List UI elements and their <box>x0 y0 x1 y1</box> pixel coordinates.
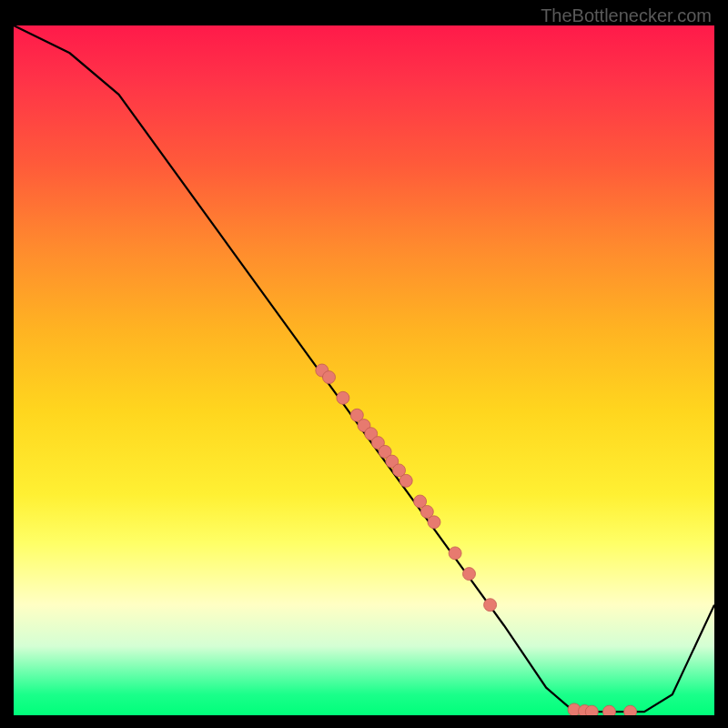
data-point <box>624 705 637 715</box>
data-point <box>585 705 598 715</box>
data-point <box>449 547 461 560</box>
chart-plot-area <box>14 25 714 715</box>
watermark-text: TheBottlenecker.com <box>541 5 712 26</box>
data-point <box>463 568 476 581</box>
data-point <box>484 599 497 612</box>
chart-svg <box>14 25 714 715</box>
data-point <box>399 474 412 487</box>
data-point <box>323 371 336 384</box>
curve-line <box>14 25 714 712</box>
data-point <box>428 516 440 529</box>
data-point <box>337 391 349 404</box>
scatter-points <box>316 364 637 715</box>
data-point <box>603 705 616 715</box>
